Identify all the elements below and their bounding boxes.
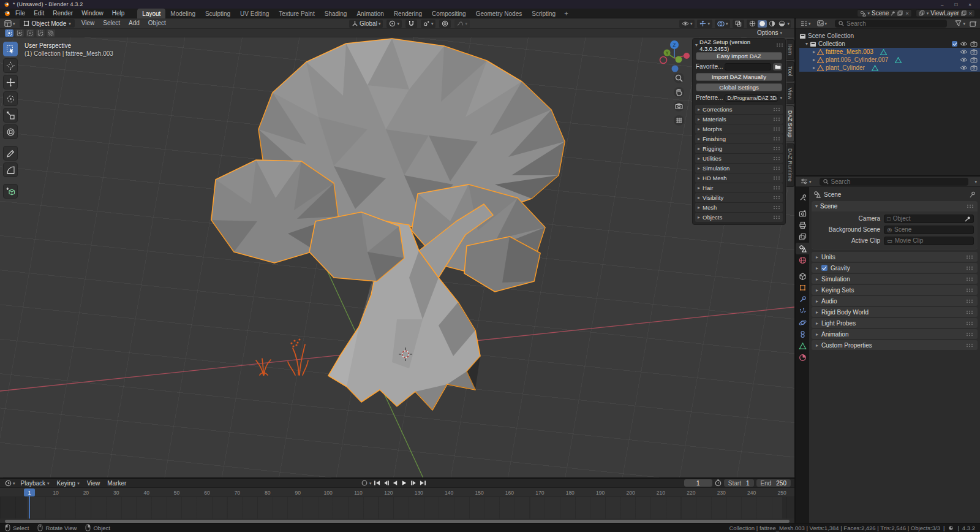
- workspace-tab[interactable]: Animation: [352, 9, 388, 18]
- panel-grip[interactable]: [773, 186, 780, 190]
- scene-panel-header[interactable]: ▾ Scene: [812, 201, 978, 211]
- gizmo-y-neg-axis[interactable]: [676, 56, 682, 63]
- panel-grip[interactable]: [966, 310, 973, 314]
- panel-grip[interactable]: [773, 146, 780, 151]
- prev-keyframe-button[interactable]: [382, 479, 390, 487]
- panel-grip[interactable]: [773, 176, 780, 180]
- tab-scene[interactable]: [796, 243, 809, 254]
- camera-view-icon[interactable]: [674, 101, 684, 112]
- mesh-data-icon[interactable]: [872, 65, 878, 71]
- current-frame-field[interactable]: 1: [684, 479, 712, 487]
- favorite-input[interactable]: [725, 63, 771, 70]
- collapsed-panel-header[interactable]: ▸ Units: [812, 252, 978, 262]
- collapsed-panel-header[interactable]: ▸ Animation: [812, 329, 978, 339]
- stopwatch-icon[interactable]: [715, 479, 722, 487]
- transform-orientation-button[interactable]: Global ▾: [349, 20, 383, 28]
- annotate-tool[interactable]: [3, 146, 18, 161]
- playhead-line[interactable]: [29, 496, 30, 519]
- navigation-gizmo[interactable]: Z Y: [658, 37, 690, 74]
- zoom-icon[interactable]: [674, 73, 684, 83]
- tab-particles[interactable]: [796, 305, 809, 317]
- panel-grip[interactable]: [773, 205, 780, 210]
- next-keyframe-button[interactable]: [410, 479, 418, 487]
- property-id-field[interactable]: Object: [884, 215, 974, 223]
- blender-menu-logo-icon[interactable]: [4, 10, 11, 17]
- sidebar-tab[interactable]: Tool: [786, 61, 794, 82]
- timeline-menu-item[interactable]: View ▾: [83, 480, 104, 487]
- workspace-tab[interactable]: Texture Paint: [274, 9, 319, 18]
- daz-section-header[interactable]: ▸ Corrections: [695, 105, 783, 114]
- menu-item[interactable]: Edit: [29, 9, 48, 18]
- panel-grip[interactable]: [966, 332, 973, 336]
- auto-keying-button[interactable]: [360, 479, 368, 487]
- close-button[interactable]: ×: [968, 2, 971, 7]
- unlink-icon[interactable]: ×: [969, 10, 972, 17]
- daz-section-header[interactable]: ▸ HD Mesh: [695, 173, 783, 183]
- panel-grip[interactable]: [773, 127, 780, 131]
- collapsed-panel-header[interactable]: ▸ Light Probes: [812, 318, 978, 328]
- workspace-tab[interactable]: Compositing: [427, 9, 471, 18]
- timeline-menu-item[interactable]: Playback ▾: [17, 480, 53, 487]
- measure-tool[interactable]: [3, 162, 18, 177]
- daz-section-header[interactable]: ▸ Simulation: [695, 164, 783, 173]
- proportional-editing-button[interactable]: [439, 20, 451, 28]
- snap-toggle-button[interactable]: [405, 20, 417, 28]
- gizmo-z-neg-axis[interactable]: [672, 66, 679, 72]
- daz-section-header[interactable]: ▸ Utilities: [695, 154, 783, 163]
- collection-row[interactable]: ▾ Collection: [799, 40, 980, 48]
- frame-start-field[interactable]: Start 1: [724, 479, 754, 487]
- outliner-search-input[interactable]: Search: [835, 20, 947, 28]
- daz-section-header[interactable]: ▸ Mesh: [695, 203, 783, 212]
- panel-grip[interactable]: [773, 196, 780, 200]
- outliner-object-row[interactable]: ▸ fattree_Mesh.003: [799, 48, 980, 56]
- pivot-point-button[interactable]: ▾: [386, 20, 402, 28]
- collapsed-panel-header[interactable]: ▸ Audio: [812, 296, 978, 306]
- property-id-field[interactable]: Movie Clip: [884, 237, 974, 245]
- select-intersect-icon[interactable]: [47, 29, 55, 37]
- eye-icon[interactable]: [960, 65, 968, 70]
- camera-render-icon[interactable]: [970, 57, 978, 63]
- camera-render-icon[interactable]: [970, 41, 978, 47]
- shading-dropdown-icon[interactable]: ▾: [787, 21, 790, 26]
- tab-collection[interactable]: [796, 270, 809, 282]
- daz-section-header[interactable]: ▸ Finishing: [695, 134, 783, 143]
- viewport-menu-item[interactable]: Select: [99, 18, 124, 28]
- workspace-tab[interactable]: Rendering: [389, 9, 427, 18]
- frame-end-field[interactable]: End 250: [756, 479, 791, 487]
- jump-to-end-button[interactable]: [419, 479, 427, 487]
- outliner-object-row[interactable]: ▸ plant_Cylinder: [799, 64, 980, 72]
- unlink-icon[interactable]: ×: [905, 10, 908, 17]
- transform-tool[interactable]: [3, 124, 18, 139]
- camera-render-icon[interactable]: [970, 49, 978, 55]
- keying-dropdown-icon[interactable]: ▾: [369, 481, 372, 485]
- options-button[interactable]: Options ▾: [757, 29, 782, 36]
- pin-icon[interactable]: [891, 10, 895, 16]
- collapsed-panel-header[interactable]: ▸ Custom Properties: [812, 340, 978, 350]
- outliner-filter-id-button[interactable]: ▾: [815, 20, 829, 26]
- maximize-button[interactable]: □: [954, 2, 957, 7]
- camera-render-icon[interactable]: [970, 65, 978, 70]
- sidebar-tab[interactable]: Item: [786, 39, 794, 60]
- properties-editor-type-button[interactable]: ▾: [799, 178, 813, 184]
- tab-modifiers[interactable]: [796, 294, 809, 305]
- pin-icon[interactable]: [970, 191, 976, 198]
- daz-section-header[interactable]: ▸ Materials: [695, 115, 783, 124]
- show-overlays-button[interactable]: ▾: [715, 20, 731, 28]
- tree-model[interactable]: [211, 39, 565, 410]
- viewport-menu-item[interactable]: Object: [144, 18, 170, 28]
- gizmo-x-neg-axis[interactable]: [660, 57, 667, 64]
- tab-view-layer[interactable]: [796, 231, 809, 243]
- menu-item[interactable]: Render: [48, 9, 77, 18]
- tab-object[interactable]: [796, 282, 809, 294]
- collapsed-panel-header[interactable]: ▸ Gravity: [812, 263, 978, 273]
- select-new-icon[interactable]: [5, 29, 13, 37]
- sidebar-tab[interactable]: DAZ Setup: [786, 105, 794, 142]
- outliner-object-row[interactable]: ▸ plant.006_Cylinder.007: [799, 56, 980, 64]
- panel-grip[interactable]: [966, 299, 973, 303]
- editor-type-button[interactable]: ▾: [2, 20, 17, 27]
- daz-section-header[interactable]: ▸ Objects: [695, 213, 783, 222]
- collapsed-panel-header[interactable]: ▸ Rigid Body World: [812, 307, 978, 317]
- collapsed-panel-header[interactable]: ▸ Simulation: [812, 274, 978, 284]
- daz-section-header[interactable]: ▸ Rigging: [695, 144, 783, 153]
- visibility-dropdown-button[interactable]: ▾: [679, 20, 695, 28]
